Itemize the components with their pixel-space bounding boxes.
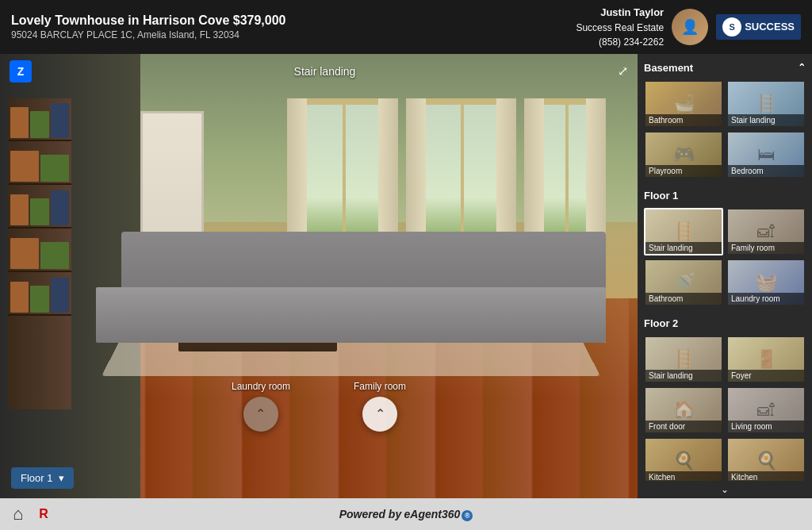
hotspot-family-label: Family room — [354, 381, 406, 392]
agent-phone: (858) 234-2262 — [576, 35, 664, 49]
scroll-down-arrow[interactable]: ⌄ — [638, 481, 812, 498]
bottom-icons: ⌂ R — [13, 504, 48, 524]
basement-room-grid: 🛁 Bathroom 🪜 Stair landing 🎮 — [644, 77, 806, 182]
room-thumb-f1-family[interactable]: 🛋 Family room — [726, 208, 806, 255]
room-thumb-f2-stair[interactable]: 🪜 Stair landing — [644, 336, 723, 383]
room-label-basement-playroom: Playroom — [645, 165, 722, 177]
powered-by: Powered by eAgent360® — [339, 508, 473, 521]
chevron-up-icon: ⌃ — [798, 62, 806, 73]
header-left: Lovely Townhouse in Harrison Cove $379,0… — [11, 13, 285, 40]
listing-title: Lovely Townhouse in Harrison Cove $379,0… — [11, 13, 285, 28]
agent-name: Justin Taylor — [576, 5, 664, 21]
floor2-room-grid: 🪜 Stair landing 🚪 Foyer 🏠 — [644, 332, 806, 482]
main-content: Z Stair landing ⤢ Laundry room ⌃ Family … — [0, 54, 812, 499]
panorama-viewer: Z Stair landing ⤢ Laundry room ⌃ Family … — [0, 54, 638, 499]
hotspot-container: Laundry room ⌃ Family room ⌃ — [0, 381, 638, 432]
expand-icon[interactable]: ⤢ — [618, 63, 628, 79]
room-thumb-f2-kitchen1[interactable]: 🍳 Kitchen — [644, 437, 723, 482]
header-right: Justin Taylor Success Real Estate (858) … — [576, 5, 801, 49]
listing-address: 95024 BARCLAY PLACE 1C, Amelia Island, F… — [11, 29, 285, 40]
section-floor2-header[interactable]: Floor 2 — [644, 314, 806, 332]
room-thumb-basement-bathroom[interactable]: 🛁 Bathroom — [644, 80, 723, 128]
panel-scroll[interactable]: Basement ⌃ 🛁 Bathroom 🪜 Stair lan — [638, 54, 812, 482]
current-room-label: Stair landing — [294, 65, 356, 78]
room-label-f1-stair: Stair landing — [645, 242, 722, 254]
room-thumb-f2-kitchen2[interactable]: 🍳 Kitchen — [726, 437, 806, 482]
room-thumb-basement-playroom[interactable]: 🎮 Playroom — [644, 131, 723, 179]
room-label-f2-living: Living room — [728, 421, 804, 432]
realtor-icon: R — [39, 507, 48, 521]
room-label-basement-bathroom: Bathroom — [645, 114, 722, 126]
agent-info: Justin Taylor Success Real Estate (858) … — [576, 5, 664, 49]
room-label-basement-stair: Stair landing — [728, 114, 804, 126]
bottom-bar: ⌂ R Powered by eAgent360® — [0, 498, 812, 530]
hotspot-laundry-label: Laundry room — [232, 381, 290, 392]
brand-logo: S SUCCESS — [716, 14, 801, 40]
agent-photo: 👤 — [672, 9, 708, 45]
room-thumb-basement-bedroom[interactable]: 🛏 Bedroom — [726, 131, 806, 179]
section-basement-header[interactable]: Basement ⌃ — [644, 59, 806, 77]
room-label-basement-bedroom: Bedroom — [728, 165, 804, 177]
room-thumb-f2-front[interactable]: 🏠 Front door — [644, 386, 723, 434]
room-thumb-f1-stair[interactable]: 🪜 Stair landing — [644, 208, 723, 255]
room-thumb-f1-laundry[interactable]: 🧺 Laundry room — [726, 259, 806, 306]
room-label-f1-bathroom: Bathroom — [645, 293, 722, 305]
room-thumb-f1-bathroom[interactable]: 🚿 Bathroom — [644, 259, 723, 306]
floor-selector-label: Floor 1 — [21, 472, 52, 484]
room-label-f2-stair: Stair landing — [645, 370, 722, 382]
floor-selector[interactable]: Floor 1 ▾ — [11, 467, 74, 489]
powered-by-prefix: Powered by — [339, 508, 402, 520]
section-floor1-header[interactable]: Floor 1 — [644, 186, 806, 205]
room-thumb-f2-foyer[interactable]: 🚪 Foyer — [726, 336, 806, 383]
bookshelf — [8, 98, 71, 409]
section-floor1: Floor 1 🪜 Stair landing 🛋 Family room — [638, 182, 812, 309]
section-floor1-label: Floor 1 — [644, 190, 678, 202]
room-thumb-basement-stair[interactable]: 🪜 Stair landing — [726, 80, 806, 128]
floor1-room-grid: 🪜 Stair landing 🛋 Family room 🚿 — [644, 205, 806, 309]
hotspot-family[interactable]: Family room ⌃ — [354, 381, 406, 432]
couch — [96, 232, 606, 343]
powered-by-brand: eAgent360® — [404, 508, 473, 520]
zillow-icon[interactable]: Z — [10, 60, 32, 83]
panorama-overlay-top: Z Stair landing ⤢ — [0, 54, 638, 89]
room-thumb-f2-living[interactable]: 🛋 Living room — [726, 386, 806, 434]
room-label-f2-front: Front door — [645, 421, 722, 432]
room-label-f2-foyer: Foyer — [728, 370, 804, 382]
header: Lovely Townhouse in Harrison Cove $379,0… — [0, 0, 812, 54]
room-label-f1-family: Family room — [728, 242, 804, 254]
hotspot-laundry-circle[interactable]: ⌃ — [243, 397, 278, 432]
section-floor2: Floor 2 🪜 Stair landing 🚪 Foyer — [638, 309, 812, 482]
home-icon: ⌂ — [13, 504, 23, 524]
hotspot-laundry[interactable]: Laundry room ⌃ — [232, 381, 290, 432]
hotspot-family-circle[interactable]: ⌃ — [362, 397, 397, 432]
section-floor2-label: Floor 2 — [644, 317, 678, 329]
room-label-f1-laundry: Laundry room — [728, 293, 804, 305]
section-basement-label: Basement — [644, 62, 693, 74]
right-panel: Basement ⌃ 🛁 Bathroom 🪜 Stair lan — [638, 54, 812, 499]
room-label-f2-kitchen2: Kitchen — [728, 471, 804, 482]
section-basement: Basement ⌃ 🛁 Bathroom 🪜 Stair lan — [638, 54, 812, 182]
brand-name: SUCCESS — [745, 21, 795, 33]
room-label-f2-kitchen1: Kitchen — [645, 471, 722, 482]
agent-company: Success Real Estate — [576, 21, 664, 35]
floor-selector-chevron: ▾ — [59, 472, 64, 484]
